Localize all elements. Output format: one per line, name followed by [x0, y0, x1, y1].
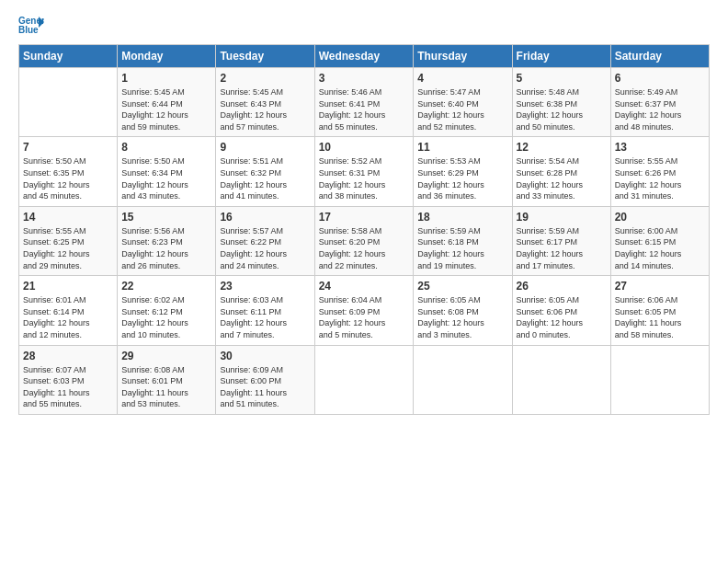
calendar-cell — [414, 345, 512, 414]
day-number: 17 — [319, 211, 410, 224]
day-number: 1 — [121, 72, 211, 85]
day-info: Sunrise: 6:04 AM Sunset: 6:09 PM Dayligh… — [319, 294, 410, 340]
calendar-cell: 19Sunrise: 5:59 AM Sunset: 6:17 PM Dayli… — [512, 206, 610, 275]
calendar-cell: 3Sunrise: 5:46 AM Sunset: 6:41 PM Daylig… — [314, 68, 414, 137]
day-number: 29 — [121, 350, 211, 362]
day-info: Sunrise: 5:59 AM Sunset: 6:17 PM Dayligh… — [517, 225, 607, 271]
day-number: 28 — [23, 350, 113, 362]
calendar-cell: 24Sunrise: 6:04 AM Sunset: 6:09 PM Dayli… — [314, 276, 414, 345]
day-info: Sunrise: 5:45 AM Sunset: 6:44 PM Dayligh… — [121, 86, 211, 132]
calendar-cell: 20Sunrise: 6:00 AM Sunset: 6:15 PM Dayli… — [610, 206, 709, 275]
calendar-cell: 17Sunrise: 5:58 AM Sunset: 6:20 PM Dayli… — [314, 206, 414, 275]
day-info: Sunrise: 5:52 AM Sunset: 6:31 PM Dayligh… — [319, 155, 410, 201]
calendar-cell: 8Sunrise: 5:50 AM Sunset: 6:34 PM Daylig… — [118, 137, 216, 206]
calendar-cell: 11Sunrise: 5:53 AM Sunset: 6:29 PM Dayli… — [414, 137, 512, 206]
calendar-cell: 9Sunrise: 5:51 AM Sunset: 6:32 PM Daylig… — [216, 137, 314, 206]
col-header-tuesday: Tuesday — [216, 45, 314, 68]
day-info: Sunrise: 6:07 AM Sunset: 6:03 PM Dayligh… — [23, 364, 113, 410]
calendar-cell: 10Sunrise: 5:52 AM Sunset: 6:31 PM Dayli… — [314, 137, 414, 206]
col-header-friday: Friday — [512, 45, 610, 68]
calendar-cell: 29Sunrise: 6:08 AM Sunset: 6:01 PM Dayli… — [118, 345, 216, 414]
calendar-cell — [610, 345, 709, 414]
day-number: 5 — [517, 72, 607, 85]
day-info: Sunrise: 6:03 AM Sunset: 6:11 PM Dayligh… — [220, 294, 310, 340]
day-info: Sunrise: 5:51 AM Sunset: 6:32 PM Dayligh… — [220, 155, 310, 201]
calendar-cell: 15Sunrise: 5:56 AM Sunset: 6:23 PM Dayli… — [118, 206, 216, 275]
day-info: Sunrise: 5:55 AM Sunset: 6:25 PM Dayligh… — [23, 225, 113, 271]
day-number: 11 — [417, 141, 507, 154]
day-number: 9 — [220, 141, 310, 154]
calendar-cell — [19, 68, 118, 137]
day-number: 19 — [517, 211, 607, 224]
calendar-cell: 18Sunrise: 5:59 AM Sunset: 6:18 PM Dayli… — [414, 206, 512, 275]
calendar-cell: 13Sunrise: 5:55 AM Sunset: 6:26 PM Dayli… — [610, 137, 709, 206]
day-info: Sunrise: 5:50 AM Sunset: 6:34 PM Dayligh… — [121, 155, 211, 201]
day-info: Sunrise: 6:01 AM Sunset: 6:14 PM Dayligh… — [23, 294, 113, 340]
day-info: Sunrise: 6:00 AM Sunset: 6:15 PM Dayligh… — [615, 225, 705, 271]
logo-icon: General Blue — [18, 15, 44, 35]
col-header-thursday: Thursday — [414, 45, 512, 68]
calendar-cell: 14Sunrise: 5:55 AM Sunset: 6:25 PM Dayli… — [19, 206, 118, 275]
logo: General Blue — [18, 15, 48, 35]
calendar-cell: 5Sunrise: 5:48 AM Sunset: 6:38 PM Daylig… — [512, 68, 610, 137]
calendar-cell — [512, 345, 610, 414]
calendar-cell: 22Sunrise: 6:02 AM Sunset: 6:12 PM Dayli… — [118, 276, 216, 345]
calendar-cell: 23Sunrise: 6:03 AM Sunset: 6:11 PM Dayli… — [216, 276, 314, 345]
day-info: Sunrise: 5:45 AM Sunset: 6:43 PM Dayligh… — [220, 86, 310, 132]
calendar-table: SundayMondayTuesdayWednesdayThursdayFrid… — [18, 44, 710, 415]
calendar-cell: 28Sunrise: 6:07 AM Sunset: 6:03 PM Dayli… — [19, 345, 118, 414]
page-container: General Blue SundayMondayTuesdayWednesda… — [0, 0, 728, 424]
day-number: 3 — [319, 72, 410, 85]
day-number: 13 — [615, 141, 705, 154]
day-info: Sunrise: 5:50 AM Sunset: 6:35 PM Dayligh… — [23, 155, 113, 201]
day-info: Sunrise: 6:06 AM Sunset: 6:05 PM Dayligh… — [615, 294, 705, 340]
day-number: 30 — [220, 350, 310, 362]
day-info: Sunrise: 5:53 AM Sunset: 6:29 PM Dayligh… — [417, 155, 507, 201]
day-info: Sunrise: 5:58 AM Sunset: 6:20 PM Dayligh… — [319, 225, 410, 271]
day-number: 7 — [23, 141, 113, 154]
day-number: 27 — [615, 280, 705, 293]
calendar-cell: 12Sunrise: 5:54 AM Sunset: 6:28 PM Dayli… — [512, 137, 610, 206]
day-info: Sunrise: 5:47 AM Sunset: 6:40 PM Dayligh… — [417, 86, 507, 132]
day-number: 24 — [319, 280, 410, 293]
day-number: 6 — [615, 72, 705, 85]
calendar-cell: 16Sunrise: 5:57 AM Sunset: 6:22 PM Dayli… — [216, 206, 314, 275]
calendar-cell: 26Sunrise: 6:05 AM Sunset: 6:06 PM Dayli… — [512, 276, 610, 345]
day-info: Sunrise: 6:09 AM Sunset: 6:00 PM Dayligh… — [220, 364, 310, 410]
day-number: 15 — [121, 211, 211, 224]
day-info: Sunrise: 6:02 AM Sunset: 6:12 PM Dayligh… — [121, 294, 211, 340]
day-number: 4 — [417, 72, 507, 85]
calendar-cell: 6Sunrise: 5:49 AM Sunset: 6:37 PM Daylig… — [610, 68, 709, 137]
day-number: 12 — [517, 141, 607, 154]
col-header-sunday: Sunday — [19, 45, 118, 68]
day-info: Sunrise: 6:05 AM Sunset: 6:08 PM Dayligh… — [417, 294, 507, 340]
day-number: 23 — [220, 280, 310, 293]
header: General Blue — [18, 15, 710, 35]
calendar-cell: 4Sunrise: 5:47 AM Sunset: 6:40 PM Daylig… — [414, 68, 512, 137]
week-row-2: 7Sunrise: 5:50 AM Sunset: 6:35 PM Daylig… — [19, 137, 710, 206]
calendar-cell: 27Sunrise: 6:06 AM Sunset: 6:05 PM Dayli… — [610, 276, 709, 345]
day-info: Sunrise: 5:59 AM Sunset: 6:18 PM Dayligh… — [417, 225, 507, 271]
day-info: Sunrise: 5:55 AM Sunset: 6:26 PM Dayligh… — [615, 155, 705, 201]
day-number: 18 — [417, 211, 507, 224]
col-header-saturday: Saturday — [610, 45, 709, 68]
day-number: 25 — [417, 280, 507, 293]
calendar-cell: 7Sunrise: 5:50 AM Sunset: 6:35 PM Daylig… — [19, 137, 118, 206]
day-number: 22 — [121, 280, 211, 293]
calendar-cell: 21Sunrise: 6:01 AM Sunset: 6:14 PM Dayli… — [19, 276, 118, 345]
col-header-wednesday: Wednesday — [314, 45, 414, 68]
week-row-4: 21Sunrise: 6:01 AM Sunset: 6:14 PM Dayli… — [19, 276, 710, 345]
day-info: Sunrise: 6:05 AM Sunset: 6:06 PM Dayligh… — [517, 294, 607, 340]
day-number: 14 — [23, 211, 113, 224]
day-info: Sunrise: 5:46 AM Sunset: 6:41 PM Dayligh… — [319, 86, 410, 132]
week-row-3: 14Sunrise: 5:55 AM Sunset: 6:25 PM Dayli… — [19, 206, 710, 275]
day-number: 2 — [220, 72, 310, 85]
day-info: Sunrise: 5:57 AM Sunset: 6:22 PM Dayligh… — [220, 225, 310, 271]
calendar-cell — [314, 345, 414, 414]
calendar-cell: 30Sunrise: 6:09 AM Sunset: 6:00 PM Dayli… — [216, 345, 314, 414]
day-number: 16 — [220, 211, 310, 224]
week-row-5: 28Sunrise: 6:07 AM Sunset: 6:03 PM Dayli… — [19, 345, 710, 414]
svg-text:Blue: Blue — [18, 25, 39, 35]
day-info: Sunrise: 5:49 AM Sunset: 6:37 PM Dayligh… — [615, 86, 705, 132]
day-number: 8 — [121, 141, 211, 154]
